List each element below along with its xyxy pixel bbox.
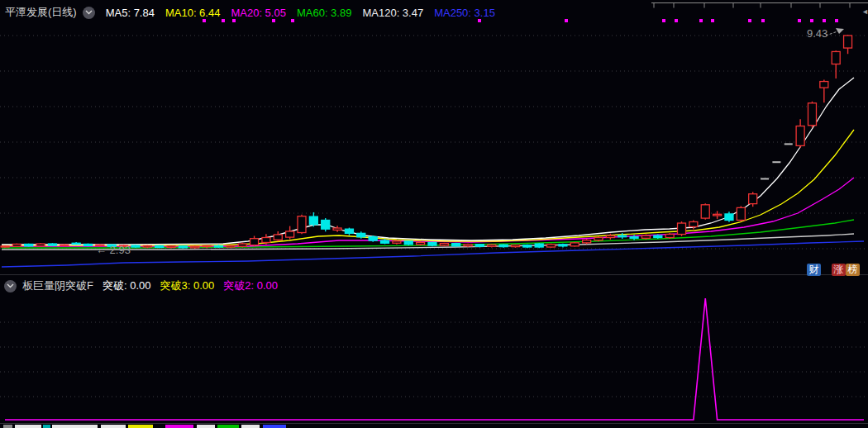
main-chart-header: 平潭发展(日线) MA5: 7.84MA10: 6.44MA20: 5.05MA… [5,5,495,20]
ma-label: MA10: 6.44 [165,7,221,19]
clipped-text-fragment [217,425,239,428]
clipped-text-fragment [165,425,193,428]
clipped-text-fragment [241,425,260,428]
clipped-text-fragment [15,425,41,428]
clipped-text-fragment [52,425,98,428]
panel-separator [0,274,868,275]
bottom-separator [0,423,868,424]
clipped-text-fragment [128,425,153,428]
edge-arrow-icon: ◄ [861,7,868,16]
indicator-field: 突破3: 0.00 [160,278,214,293]
sub-indicator-line [5,298,864,420]
indicator-field: 突破2: 0.00 [223,278,278,293]
high-price-marker: 9.43 [807,27,827,40]
ma-label: MA5: 7.84 [106,7,155,19]
high-marker-arrow [826,28,844,36]
ma-label: MA20: 5.05 [231,7,286,19]
quick-link-badge[interactable]: 涨 [832,264,846,276]
main-chart[interactable]: ◄ [0,0,868,428]
ma-label: MA120: 3.47 [362,7,423,19]
top-ruler: ◄ [651,3,868,17]
ma-legend: MA5: 7.84MA10: 6.44MA20: 5.05MA60: 3.89M… [95,7,495,19]
clipped-text-fragment [263,425,286,428]
indicator-fields: 突破: 0.00突破3: 0.00突破2: 0.00 [93,278,278,293]
quick-link-badge[interactable]: 榜 [846,264,860,276]
clipped-text-fragment [101,425,126,428]
trading-app-window: ◄ 平潭发展(日线) MA5: 7.84MA10: 6.44MA20: 5.05… [0,0,868,428]
clipped-text-fragment [197,425,215,428]
clipped-text-fragment [3,425,12,428]
ma-label: MA60: 3.89 [297,7,352,19]
clipped-text-fragment [43,425,50,428]
quick-link-badge[interactable]: 财 [807,264,821,276]
indicator-title: 板巨量阴突破F [22,278,93,293]
indicator-field: 突破: 0.00 [103,278,151,293]
chevron-down-icon[interactable] [4,280,17,292]
stock-title: 平潭发展(日线) [5,5,77,20]
ma-line-MA10 [2,130,854,245]
chevron-down-icon[interactable] [83,7,95,19]
ma-line-MA20 [2,178,854,246]
low-price-marker: ← 2.93 [96,244,131,256]
ma-lines [2,78,864,267]
sub-indicator-header: 板巨量阴突破F 突破: 0.00突破3: 0.00突破2: 0.00 [4,278,278,293]
ma-label: MA250: 3.15 [434,7,495,19]
sub-indicator [5,298,864,420]
